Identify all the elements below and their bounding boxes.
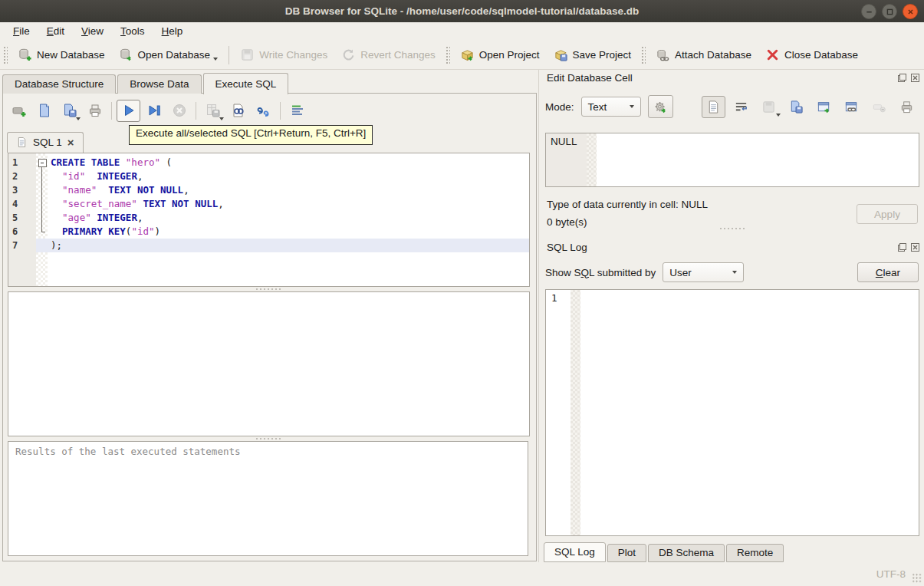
- menu-tools[interactable]: Tools: [112, 24, 153, 39]
- mode-label: Mode:: [545, 101, 574, 113]
- save-results-button[interactable]: [201, 100, 225, 122]
- execute-current-line-button[interactable]: [142, 100, 166, 122]
- window-title: DB Browser for SQLite - /home/user/code/…: [285, 5, 639, 17]
- cell-editor-margin: [587, 133, 597, 186]
- menu-view[interactable]: View: [73, 24, 112, 39]
- close-database-button[interactable]: Close Database: [758, 44, 865, 65]
- toolbar-separator: [196, 102, 196, 120]
- execute-all-button[interactable]: [117, 100, 140, 122]
- find-replace-button[interactable]: [226, 100, 250, 122]
- sql-editor-tab[interactable]: SQL 1 ×: [7, 132, 84, 153]
- results-grid[interactable]: [8, 291, 530, 436]
- sql-toolbar: [7, 97, 532, 123]
- float-dock-icon[interactable]: [897, 242, 907, 252]
- submitted-by-select[interactable]: User: [663, 262, 744, 282]
- sql-editor[interactable]: 1234567 CREATE TABLE "hero" ( "id" INTEG…: [8, 153, 530, 287]
- attach-database-button[interactable]: Attach Database: [649, 44, 758, 65]
- revert-changes-button[interactable]: Revert Changes: [334, 44, 442, 65]
- menu-edit[interactable]: Edit: [38, 24, 73, 39]
- results-message: Results of the last executed statements: [8, 441, 528, 556]
- new-sql-tab-button[interactable]: [7, 100, 31, 122]
- titlebar[interactable]: DB Browser for SQLite - /home/user/code/…: [0, 0, 924, 23]
- toolbar-button-label: Close Database: [784, 49, 858, 61]
- write-changes-button[interactable]: Write Changes: [233, 44, 334, 65]
- code-line-2[interactable]: "id" INTEGER,: [36, 170, 529, 183]
- close-database-icon: [765, 48, 780, 62]
- maximize-button[interactable]: [882, 4, 897, 19]
- tab-sql-log[interactable]: SQL Log: [544, 542, 606, 562]
- encoding-indicator[interactable]: UTF-8: [876, 568, 906, 580]
- chevron-down-icon[interactable]: [776, 114, 781, 117]
- chevron-down-icon[interactable]: [213, 58, 218, 61]
- copy-link-button[interactable]: [840, 96, 863, 118]
- toolbar-button-label: Attach Database: [675, 49, 751, 61]
- mode-value: Text: [588, 101, 607, 113]
- dock-splitter[interactable]: [539, 227, 924, 230]
- open-sql-file-button[interactable]: [32, 100, 56, 122]
- chevron-down-icon[interactable]: [219, 117, 224, 120]
- close-button[interactable]: [903, 4, 918, 19]
- chevron-down-icon[interactable]: [76, 117, 81, 120]
- tab-browse-data[interactable]: Browse Data: [117, 74, 201, 94]
- format-sql-button[interactable]: [285, 100, 309, 122]
- toolbar-handle[interactable]: [446, 46, 450, 64]
- print-cell-button[interactable]: [895, 96, 919, 118]
- code-line-3[interactable]: "name" TEXT NOT NULL,: [36, 183, 529, 197]
- tab-execute-sql[interactable]: Execute SQL: [203, 73, 289, 94]
- statusbar: UTF-8: [0, 562, 924, 586]
- open-database-button[interactable]: Open Database: [112, 44, 225, 65]
- toolbar-separator: [229, 46, 229, 64]
- open-project-button[interactable]: Open Project: [453, 44, 547, 65]
- tab-remote[interactable]: Remote: [726, 544, 784, 562]
- mode-select[interactable]: Text: [581, 97, 641, 117]
- cell-value-editor[interactable]: NULL: [545, 133, 919, 187]
- edit-cell-dock-buttons: [897, 73, 920, 83]
- stop-execution-button[interactable]: [167, 100, 191, 122]
- toolbar-button-label: Revert Changes: [360, 49, 436, 61]
- text-mode-button[interactable]: [702, 96, 725, 118]
- close-dock-icon[interactable]: [910, 242, 920, 252]
- auto-apply-button[interactable]: [648, 95, 673, 118]
- export-data-button[interactable]: [784, 96, 808, 118]
- code-line-1[interactable]: CREATE TABLE "hero" (: [36, 156, 529, 170]
- tab-plot[interactable]: Plot: [607, 544, 646, 562]
- main-toolbar: New DatabaseOpen DatabaseWrite ChangesRe…: [0, 41, 924, 70]
- toolbar-handle[interactable]: [641, 46, 646, 64]
- line-number: 4: [12, 197, 36, 211]
- close-dock-icon[interactable]: [910, 73, 920, 83]
- open-in-external-button[interactable]: [812, 96, 836, 118]
- code-line-4[interactable]: "secret_name" TEXT NOT NULL,: [36, 197, 529, 211]
- save-sql-file-button[interactable]: [58, 100, 81, 122]
- float-dock-icon[interactable]: [897, 73, 907, 83]
- print-sql-button[interactable]: [83, 100, 107, 122]
- code-line-6[interactable]: PRIMARY KEY("id"): [36, 225, 529, 239]
- toolbar-handle[interactable]: [3, 46, 8, 64]
- menu-file[interactable]: File: [5, 24, 38, 39]
- apply-button[interactable]: Apply: [857, 204, 918, 224]
- close-tab-icon[interactable]: ×: [67, 138, 74, 147]
- new-database-button[interactable]: New Database: [11, 44, 112, 65]
- menu-help[interactable]: Help: [153, 24, 192, 39]
- line-number: 2: [12, 170, 36, 183]
- import-data-button[interactable]: [757, 96, 781, 118]
- show-sql-label: Show SQL submitted by: [545, 267, 656, 278]
- save-project-button[interactable]: Save Project: [547, 44, 639, 65]
- submitted-by-value: User: [669, 267, 692, 278]
- resize-grip[interactable]: [912, 573, 922, 583]
- word-wrap-button[interactable]: [729, 96, 753, 118]
- set-null-button[interactable]: [867, 96, 891, 118]
- minimize-button[interactable]: [861, 4, 876, 19]
- clear-log-button[interactable]: Clear: [857, 262, 919, 282]
- fold-collapse-icon[interactable]: [38, 159, 47, 167]
- main-tab-bar: Database StructureBrowse DataExecute SQL: [2, 73, 290, 94]
- toggle-autocompletion-button[interactable]: [252, 100, 275, 122]
- code-line-5[interactable]: "age" INTEGER,: [36, 211, 529, 225]
- line-number: 1: [12, 156, 36, 170]
- attach-database-icon: [656, 48, 670, 62]
- log-line-number: 1: [546, 290, 571, 535]
- code-line-7[interactable]: );: [36, 239, 529, 252]
- bottom-tab-bar: SQL LogPlotDB SchemaRemote: [544, 543, 785, 562]
- tab-db-schema[interactable]: DB Schema: [648, 544, 725, 562]
- tab-database-structure[interactable]: Database Structure: [2, 74, 116, 94]
- sql-log-view[interactable]: 1: [545, 289, 919, 536]
